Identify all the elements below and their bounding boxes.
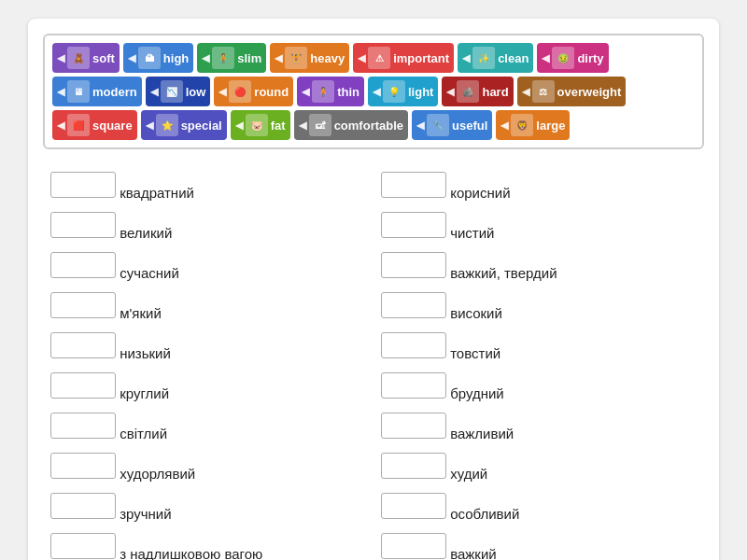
- left-cell: м'який: [43, 287, 374, 327]
- speaker-icon: ◀: [146, 119, 153, 132]
- answer-input-left-1[interactable]: [50, 212, 116, 238]
- answer-input-left-5[interactable]: [50, 372, 116, 399]
- answer-input-left-8[interactable]: [50, 493, 116, 519]
- word-label: clean: [498, 51, 529, 65]
- word-label: heavy: [310, 51, 345, 65]
- word-card-important[interactable]: ◀ ⚠ important: [353, 43, 454, 73]
- word-card-round[interactable]: ◀ 🔴 round: [214, 77, 293, 106]
- left-cell: низький: [43, 327, 374, 367]
- left-cell: зручний: [43, 487, 374, 527]
- left-cell: круглий: [43, 367, 374, 407]
- table-row: м'який високий: [43, 287, 704, 327]
- left-word-text: з надлишковою вагою: [120, 546, 262, 560]
- right-word-text: худий: [450, 466, 487, 482]
- word-card-hard[interactable]: ◀ 🪨 hard: [442, 77, 513, 106]
- word-image: 🐷: [246, 114, 268, 136]
- answer-input-left-4[interactable]: [50, 332, 116, 358]
- answer-input-right-2[interactable]: [381, 252, 446, 278]
- right-word-text: важкий: [450, 546, 497, 560]
- left-word-text: квадратний: [120, 185, 194, 201]
- answer-input-right-7[interactable]: [381, 453, 446, 479]
- word-label: slim: [237, 51, 261, 65]
- answer-input-right-4[interactable]: [381, 332, 446, 358]
- answer-input-right-8[interactable]: [381, 493, 446, 519]
- word-label: square: [92, 119, 133, 133]
- speaker-icon: ◀: [150, 86, 158, 98]
- answer-input-right-5[interactable]: [381, 372, 446, 399]
- word-card-thin[interactable]: ◀ 🧍 thin: [297, 77, 364, 106]
- right-word-text: корисний: [450, 185, 510, 201]
- word-image: ⚖: [532, 80, 555, 103]
- word-card-low[interactable]: ◀ 📉 low: [146, 77, 211, 106]
- answer-input-left-7[interactable]: [50, 453, 116, 479]
- word-card-overweight[interactable]: ◀ ⚖ overweight: [517, 77, 627, 106]
- speaker-icon: ◀: [128, 52, 135, 64]
- table-row: худорлявий худий: [43, 447, 704, 487]
- speaker-icon: ◀: [358, 52, 365, 64]
- word-card-useful[interactable]: ◀ 🔧 useful: [412, 110, 492, 140]
- word-image: ✨: [472, 47, 495, 69]
- right-cell: високий: [374, 287, 704, 327]
- right-cell: важливий: [374, 407, 704, 447]
- word-card-soft[interactable]: ◀ 🧸 soft: [52, 43, 120, 73]
- left-cell: великий: [43, 206, 374, 246]
- word-card-modern[interactable]: ◀ 🖥 modern: [52, 77, 142, 106]
- word-card-clean[interactable]: ◀ ✨ clean: [458, 43, 533, 73]
- matching-table: квадратний корисний великий чистий сучас…: [43, 166, 704, 560]
- word-card-light[interactable]: ◀ 💡 light: [368, 77, 438, 106]
- right-cell: чистий: [374, 206, 704, 246]
- word-card-high[interactable]: ◀ 🏔 high: [123, 43, 193, 73]
- answer-input-right-3[interactable]: [381, 292, 446, 318]
- answer-input-right-9[interactable]: [381, 533, 446, 559]
- speaker-icon: ◀: [275, 52, 282, 64]
- word-image: 💡: [383, 80, 405, 103]
- left-word-text: худорлявий: [120, 466, 195, 482]
- speaker-icon: ◀: [500, 119, 508, 132]
- speaker-icon: ◀: [522, 86, 529, 98]
- word-label: overweight: [557, 85, 622, 99]
- left-word-text: сучасний: [120, 265, 179, 281]
- word-image: 🖥: [67, 80, 90, 103]
- left-cell: худорлявий: [43, 447, 374, 487]
- word-label: special: [181, 119, 222, 133]
- word-image: 📉: [161, 80, 183, 103]
- answer-input-left-3[interactable]: [50, 292, 116, 318]
- word-image: 🧸: [67, 47, 90, 69]
- answer-input-right-1[interactable]: [381, 212, 446, 238]
- word-card-dirty[interactable]: ◀ 🤢 dirty: [537, 43, 608, 73]
- answer-input-left-6[interactable]: [50, 413, 116, 439]
- left-word-text: світлий: [120, 426, 167, 441]
- word-image: ⭐: [156, 114, 178, 136]
- word-label: thin: [337, 85, 359, 99]
- table-row: круглий брудний: [43, 367, 704, 407]
- right-cell: брудний: [374, 367, 704, 407]
- main-container: ◀ 🧸 soft ◀ 🏔 high ◀ 🧍 slim ◀ 🏋 heavy ◀ ⚠…: [28, 19, 719, 560]
- speaker-icon: ◀: [57, 86, 64, 98]
- left-word-text: круглий: [120, 385, 169, 401]
- right-word-text: особливий: [450, 506, 519, 522]
- word-card-slim[interactable]: ◀ 🧍 slim: [197, 43, 266, 73]
- answer-input-right-6[interactable]: [381, 413, 446, 439]
- answer-input-left-2[interactable]: [50, 252, 116, 278]
- answer-input-left-9[interactable]: [50, 533, 116, 559]
- left-cell: квадратний: [43, 166, 374, 206]
- word-card-fat[interactable]: ◀ 🐷 fat: [231, 110, 290, 140]
- word-label: soft: [92, 51, 115, 65]
- word-image: 🔴: [229, 80, 251, 103]
- word-label: large: [536, 119, 565, 133]
- word-card-comfortable[interactable]: ◀ 🛋 comfortable: [294, 110, 408, 140]
- right-word-text: важливий: [450, 426, 514, 441]
- answer-input-right-0[interactable]: [381, 172, 446, 198]
- word-card-heavy[interactable]: ◀ 🏋 heavy: [270, 43, 349, 73]
- right-cell: товстий: [374, 327, 704, 367]
- table-row: зручний особливий: [43, 487, 704, 527]
- speaker-icon: ◀: [235, 119, 243, 132]
- speaker-icon: ◀: [373, 86, 380, 98]
- word-image: 🏔: [138, 47, 161, 69]
- word-card-special[interactable]: ◀ ⭐ special: [141, 110, 227, 140]
- word-card-large[interactable]: ◀ 🦁 large: [496, 110, 570, 140]
- word-card-square[interactable]: ◀ 🟥 square: [52, 110, 137, 140]
- word-image: 🧍: [312, 80, 334, 103]
- answer-input-left-0[interactable]: [50, 172, 116, 198]
- speaker-icon: ◀: [57, 52, 64, 64]
